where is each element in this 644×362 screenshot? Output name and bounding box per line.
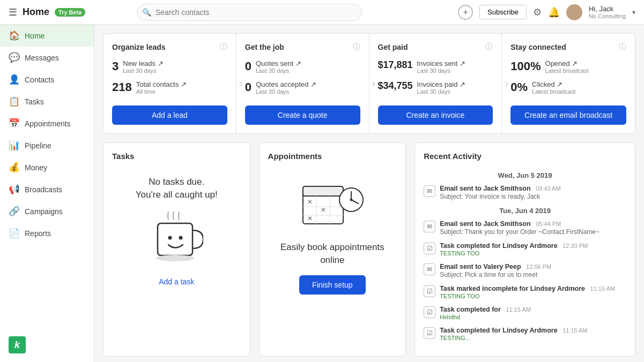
info-icon[interactable]: ⓘ <box>220 42 227 52</box>
add-task-link[interactable]: Add a task <box>159 277 194 286</box>
task-icon: ☑ <box>424 327 435 339</box>
add-lead-button[interactable]: Add a lead <box>112 105 227 125</box>
activity-main: Task completed for Lindsey Ardmore 11:15… <box>440 327 626 334</box>
card-arrow-icon: › <box>372 77 375 90</box>
create-invoice-button[interactable]: Create an invoice <box>378 105 493 125</box>
cards-row: Organize leads ⓘ 3 New leads ↗ Last 30 d… <box>103 33 635 134</box>
sidebar-item-tasks[interactable]: 📋 Tasks <box>0 90 94 112</box>
sidebar-item-label: Campaigns <box>25 207 63 216</box>
svg-text:✕: ✕ <box>307 198 313 206</box>
recent-activity-panel: Recent Activity Wed, Jun 5 2019 ✉ Email … <box>414 142 635 357</box>
stat-row-2: 218 Total contacts ↗ All time <box>112 80 227 95</box>
money-icon: 💰 <box>9 162 19 173</box>
sidebar-item-reports[interactable]: 📄 Reports <box>0 222 94 244</box>
hamburger-icon[interactable]: ☰ <box>9 6 17 18</box>
sidebar-item-campaigns[interactable]: 🔗 Campaigns <box>0 200 94 222</box>
email-icon: ✉ <box>424 221 435 232</box>
info-icon[interactable]: ⓘ <box>353 42 360 52</box>
activity-time: 12:20 PM <box>562 243 588 249</box>
activity-item: ☑ Task completed for Lindsey Ardmore 11:… <box>424 327 626 341</box>
svg-point-3 <box>156 255 195 261</box>
activity-body: Email sent to Jack Smithson 05:44 PM Sub… <box>440 220 626 236</box>
create-email-broadcast-button[interactable]: Create an email broadcast <box>510 105 626 125</box>
bell-icon[interactable]: 🔔 <box>548 6 560 18</box>
tasks-empty-state: No tasks due. You're all caught up! <box>112 167 241 295</box>
stat-sublabel: Last 30 days <box>417 88 466 95</box>
activity-main: Task completed for 11:15 AM <box>440 306 626 313</box>
sidebar-item-broadcasts[interactable]: 📢 Broadcasts <box>0 178 94 200</box>
finish-setup-button[interactable]: Finish setup <box>299 275 365 295</box>
stat-sublabel: Last 30 days <box>417 67 466 74</box>
search-icon: 🔍 <box>142 8 151 17</box>
add-button[interactable]: + <box>458 5 473 20</box>
activity-body: Task marked incomplete for Lindsey Ardmo… <box>440 285 626 299</box>
svg-text:✕: ✕ <box>321 206 326 214</box>
chevron-down-icon[interactable]: ▾ <box>632 9 635 16</box>
task-icon: ☑ <box>424 243 435 254</box>
avatar[interactable] <box>566 4 582 20</box>
stat-sublabel: Latest broadcast <box>532 88 575 95</box>
pipeline-icon: 📊 <box>9 140 19 151</box>
sidebar-item-pipeline[interactable]: 📊 Pipeline <box>0 134 94 156</box>
main-layout: 🏠 Home 💬 Messages 👤 Contacts 📋 Tasks 📅 A… <box>0 25 644 362</box>
create-quote-button[interactable]: Create a quote <box>245 105 360 125</box>
stat-label-block: Invoices paid ↗ Last 30 days <box>417 80 466 95</box>
search-input[interactable] <box>137 4 362 21</box>
svg-rect-5 <box>303 186 343 196</box>
appointments-empty-state: ✕ ✕ ✕ Easily book appointments online Fi… <box>268 167 397 303</box>
activity-main: Email sent to Jack Smithson 09:43 AM <box>440 185 626 192</box>
sidebar-item-money[interactable]: 💰 Money <box>0 156 94 178</box>
activity-item: ☑ Task completed for 11:15 AM Hxhdhd <box>424 306 626 320</box>
stat-row-2: 0% Clicked ↗ Latest broadcast <box>510 80 626 95</box>
stat-number: 0 <box>245 80 251 94</box>
sidebar-item-appointments[interactable]: 📅 Appointments <box>0 112 94 134</box>
sidebar-item-label: Home <box>25 32 45 40</box>
email-icon: ✉ <box>424 185 435 197</box>
stat-number: 0% <box>510 80 528 94</box>
card-arrow-icon: › <box>505 77 508 90</box>
stat-number: 100% <box>510 59 541 73</box>
stat-label-block: Clicked ↗ Latest broadcast <box>532 80 575 95</box>
activity-item: ✉ Email sent to Jack Smithson 09:43 AM S… <box>424 185 626 200</box>
task-icon: ☑ <box>424 285 435 297</box>
activity-date-header: Tue, Jun 4 2019 <box>424 207 626 215</box>
activity-item: ✉ Email sent to Valery Peep 12:06 PM Sub… <box>424 263 626 278</box>
stat-sublabel: All time <box>136 88 187 95</box>
activity-item: ☑ Task completed for Lindsey Ardmore 12:… <box>424 242 626 257</box>
sidebar: 🏠 Home 💬 Messages 👤 Contacts 📋 Tasks 📅 A… <box>0 25 94 362</box>
sidebar-item-contacts[interactable]: 👤 Contacts <box>0 69 94 90</box>
stat-row-2: 0 Quotes accepted ↗ Last 30 days <box>245 80 360 95</box>
svg-rect-0 <box>158 223 193 255</box>
card-header: Stay connected ⓘ <box>510 42 626 52</box>
stat-number: 3 <box>112 59 119 73</box>
info-icon[interactable]: ⓘ <box>619 42 626 52</box>
activity-scroll[interactable]: Wed, Jun 5 2019 ✉ Email sent to Jack Smi… <box>424 167 626 348</box>
card-title: Stay connected <box>510 43 566 51</box>
stat-number: $34,755 <box>378 80 413 92</box>
activity-time: 11:15 AM <box>506 306 530 313</box>
activity-main: Email sent to Valery Peep 12:06 PM <box>440 263 626 270</box>
activity-sub: Hxhdhd <box>440 314 626 320</box>
sidebar-item-home[interactable]: 🏠 Home <box>0 25 94 47</box>
mug-illustration <box>150 210 203 269</box>
activity-body: Task completed for Lindsey Ardmore 11:15… <box>440 327 626 341</box>
activity-sub: Subject: Pick a time for us to meet <box>440 271 626 278</box>
organize-leads-card: Organize leads ⓘ 3 New leads ↗ Last 30 d… <box>103 34 236 133</box>
task-icon: ☑ <box>424 306 435 318</box>
info-icon[interactable]: ⓘ <box>485 42 493 52</box>
appointments-panel-title: Appointments <box>268 152 397 161</box>
search-bar: 🔍 <box>137 4 362 21</box>
sidebar-item-label: Money <box>25 163 47 172</box>
recent-activity-title: Recent Activity <box>424 152 626 161</box>
appointments-illustration: ✕ ✕ ✕ <box>300 176 365 235</box>
gear-icon[interactable]: ⚙ <box>533 6 542 18</box>
sidebar-item-messages[interactable]: 💬 Messages <box>0 47 94 69</box>
sidebar-item-label: Broadcasts <box>25 185 62 194</box>
nav-left: ☰ Home Try Beta <box>9 6 85 18</box>
subscribe-button[interactable]: Subscribe <box>479 5 527 19</box>
campaigns-icon: 🔗 <box>9 206 19 217</box>
try-beta-badge[interactable]: Try Beta <box>55 8 85 17</box>
activity-sub: TESTING TOO <box>440 250 626 257</box>
home-icon: 🏠 <box>9 30 19 41</box>
card-header: Organize leads ⓘ <box>112 42 227 52</box>
